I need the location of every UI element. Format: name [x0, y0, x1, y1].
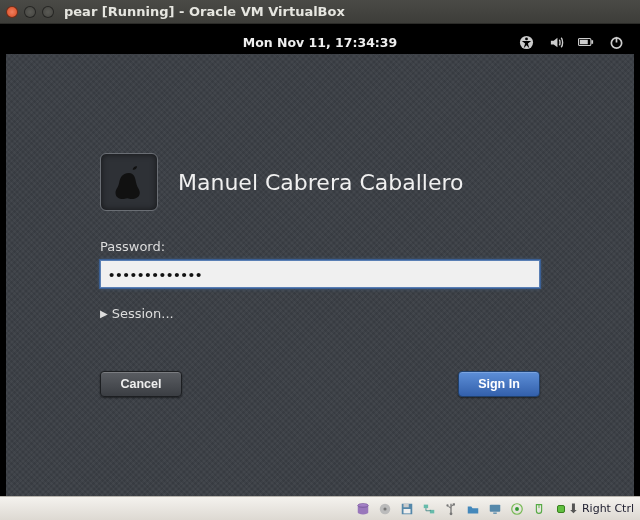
cancel-button[interactable]: Cancel: [100, 371, 182, 397]
session-label: Session...: [112, 306, 174, 321]
optical-disk-icon[interactable]: [377, 501, 393, 517]
display-icon[interactable]: [487, 501, 503, 517]
virtualbox-status-bar: ⬇ Right Ctrl: [0, 496, 640, 520]
svg-rect-14: [424, 504, 428, 508]
guest-top-menubar: Mon Nov 11, 17:34:39: [6, 30, 634, 54]
svg-point-18: [446, 504, 448, 506]
password-label: Password:: [100, 239, 540, 254]
keyboard-led-icon: [557, 505, 565, 513]
svg-point-16: [450, 512, 453, 515]
svg-rect-17: [453, 503, 455, 505]
accessibility-icon[interactable]: [518, 34, 534, 50]
username-label: Manuel Cabrera Caballero: [178, 170, 463, 195]
host-key-label: Right Ctrl: [582, 502, 634, 515]
guest-indicator-area: [518, 30, 624, 54]
session-expander[interactable]: ▶ Session...: [100, 306, 540, 321]
host-window-titlebar: pear [Running] - Oracle VM VirtualBox: [0, 0, 640, 24]
vm-viewport: Mon Nov 11, 17:34:39: [0, 24, 640, 496]
window-maximize-button[interactable]: [42, 6, 54, 18]
power-icon[interactable]: [608, 34, 624, 50]
volume-icon[interactable]: [548, 34, 564, 50]
window-title: pear [Running] - Oracle VM VirtualBox: [64, 4, 345, 19]
login-button-row: Cancel Sign In: [100, 371, 540, 397]
svg-rect-19: [490, 504, 501, 511]
svg-rect-4: [580, 40, 588, 44]
arrow-down-icon: ⬇: [568, 501, 579, 516]
svg-rect-3: [591, 40, 593, 44]
floppy-icon[interactable]: [399, 501, 415, 517]
shared-folders-icon[interactable]: [465, 501, 481, 517]
svg-point-1: [525, 37, 528, 40]
svg-point-10: [383, 507, 386, 510]
login-box: Manuel Cabrera Caballero Password: ▶ Ses…: [100, 153, 540, 397]
svg-rect-12: [404, 503, 409, 507]
svg-rect-13: [404, 509, 411, 513]
window-close-button[interactable]: [6, 6, 18, 18]
user-avatar: [100, 153, 158, 211]
user-row: Manuel Cabrera Caballero: [100, 153, 540, 211]
password-input[interactable]: [100, 260, 540, 288]
guest-clock: Mon Nov 11, 17:34:39: [243, 35, 398, 50]
recording-icon[interactable]: [509, 501, 525, 517]
window-minimize-button[interactable]: [24, 6, 36, 18]
host-key-indicator: ⬇ Right Ctrl: [557, 501, 634, 516]
login-screen: Manuel Cabrera Caballero Password: ▶ Ses…: [6, 54, 634, 496]
pear-icon: [111, 164, 147, 200]
svg-rect-20: [493, 512, 497, 513]
svg-point-22: [515, 507, 519, 511]
sign-in-button[interactable]: Sign In: [458, 371, 540, 397]
network-icon[interactable]: [421, 501, 437, 517]
mouse-integration-icon[interactable]: [531, 501, 547, 517]
window-controls: [6, 6, 54, 18]
hard-disk-icon[interactable]: [355, 501, 371, 517]
usb-icon[interactable]: [443, 501, 459, 517]
triangle-right-icon: ▶: [100, 308, 108, 319]
battery-icon[interactable]: [578, 34, 594, 50]
